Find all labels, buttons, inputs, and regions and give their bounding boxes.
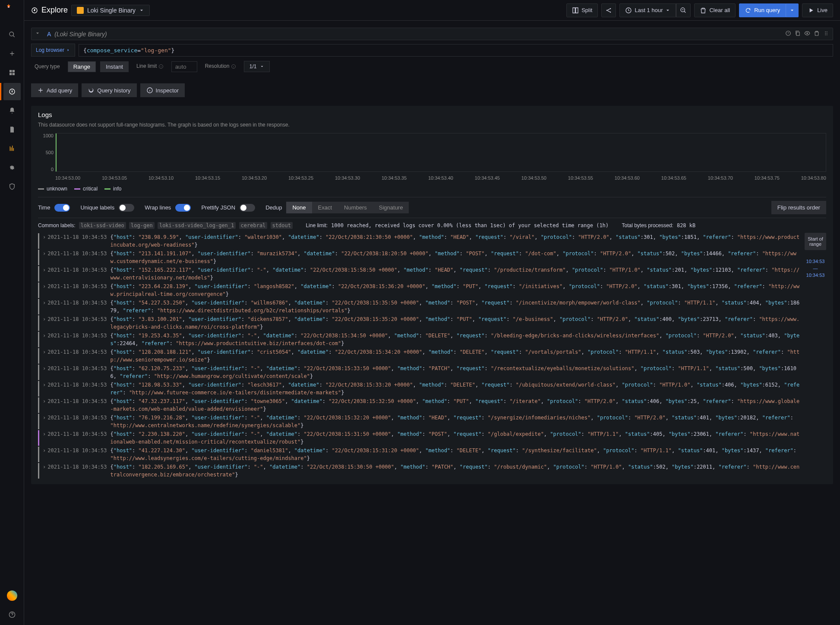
collapse-query-icon[interactable]: [35, 30, 40, 38]
logs-histogram-chart[interactable]: 10005000 10:34:53.0010:34:53.0510:34:53.…: [38, 133, 826, 181]
query-type-label: Query type: [31, 63, 63, 70]
loki-icon[interactable]: [3, 140, 21, 157]
drag-query-icon[interactable]: [823, 30, 829, 38]
log-entry[interactable]: ›2021-11-18 10:34:53{"host": "2.230.138.…: [38, 430, 801, 446]
logs-panel-hint: This datasource does not support full-ra…: [38, 122, 826, 128]
expand-log-icon[interactable]: ›: [43, 266, 46, 282]
wrap-lines-toggle[interactable]: [175, 204, 191, 212]
delete-query-icon[interactable]: [814, 30, 820, 38]
log-entry[interactable]: ›2021-11-18 10:34:53{"host": "47.32.237.…: [38, 397, 801, 413]
sync-icon: [745, 7, 752, 14]
inspector-button[interactable]: Inspector: [140, 83, 185, 97]
expand-log-icon[interactable]: ›: [43, 381, 46, 397]
toggle-query-icon[interactable]: [804, 30, 810, 38]
dedup-exact[interactable]: Exact: [312, 202, 338, 213]
copy-query-icon[interactable]: [795, 30, 801, 38]
run-query-button[interactable]: Run query: [739, 3, 786, 17]
log-entry[interactable]: ›2021-11-18 10:34:53{"host": "213.141.19…: [38, 249, 801, 266]
clear-all-button[interactable]: Clear all: [694, 3, 736, 17]
expand-log-icon[interactable]: ›: [43, 315, 46, 331]
label-tag: cerebral: [239, 222, 268, 229]
explore-icon[interactable]: [3, 83, 21, 100]
range-button[interactable]: Range: [68, 61, 96, 72]
add-query-button[interactable]: Add query: [31, 83, 78, 97]
label-tag: stdout: [271, 222, 293, 229]
line-limit-meta-label: Line limit:: [306, 222, 328, 228]
grafana-logo[interactable]: [5, 3, 19, 17]
toolbar: Explore Loki Single Binary Split Last 1 …: [24, 0, 840, 21]
chevron-down-icon: [260, 63, 264, 70]
label-tag: loki-ssd-video: [79, 222, 126, 229]
expand-log-icon[interactable]: ›: [43, 414, 46, 429]
time-toggle[interactable]: [54, 204, 70, 212]
log-entry[interactable]: ›2021-11-18 10:34:53{"host": "182.205.16…: [38, 463, 801, 479]
log-entry[interactable]: ›2021-11-18 10:34:53{"host": "128.98.53.…: [38, 381, 801, 397]
query-help-icon[interactable]: ?: [785, 30, 791, 38]
expand-log-icon[interactable]: ›: [43, 397, 46, 413]
expand-log-icon[interactable]: ›: [43, 233, 46, 249]
svg-point-16: [827, 33, 827, 34]
shield-icon[interactable]: [3, 178, 21, 195]
zoom-out-icon: [680, 7, 687, 14]
chevron-down-icon: [665, 7, 670, 14]
time-picker[interactable]: Last 1 hour: [619, 3, 676, 17]
sidebar-nav: [0, 0, 24, 625]
log-entry[interactable]: ›2021-11-18 10:34:53{"host": "76.199.216…: [38, 413, 801, 430]
share-button[interactable]: [601, 3, 616, 17]
document-icon[interactable]: [3, 121, 21, 138]
dedup-none[interactable]: None: [286, 202, 312, 213]
chart-legend: unknowncriticalinfo: [38, 184, 826, 197]
help-icon[interactable]: [3, 606, 21, 623]
log-entry[interactable]: ›2021-11-18 10:34:53{"host": "3.83.100.2…: [38, 315, 801, 331]
expand-log-icon[interactable]: ›: [43, 463, 46, 479]
query-history-button[interactable]: Query history: [82, 83, 136, 97]
expand-log-icon[interactable]: ›: [43, 430, 46, 446]
datasource-picker[interactable]: Loki Single Binary: [71, 5, 150, 16]
prettify-json-label: Prettify JSON: [201, 204, 235, 211]
instant-button[interactable]: Instant: [100, 61, 129, 72]
prettify-json-toggle[interactable]: [240, 204, 255, 212]
log-entry[interactable]: ›2021-11-18 10:34:53{"host": "128.208.18…: [38, 348, 801, 364]
log-entry[interactable]: ›2021-11-18 10:34:53{"host": "19.253.43.…: [38, 331, 801, 348]
expand-log-icon[interactable]: ›: [43, 348, 46, 364]
dedup-numbers[interactable]: Numbers: [338, 202, 373, 213]
config-icon[interactable]: [3, 159, 21, 176]
expand-log-icon[interactable]: ›: [43, 447, 46, 462]
zoom-out-button[interactable]: [676, 3, 691, 17]
search-icon[interactable]: [3, 26, 21, 43]
split-button[interactable]: Split: [566, 3, 598, 17]
live-button[interactable]: Live: [802, 3, 833, 17]
logs-panel-title: Logs: [38, 111, 826, 118]
log-entry[interactable]: ›2021-11-18 10:34:53{"host": "41.227.124…: [38, 446, 801, 463]
line-limit-input[interactable]: [171, 61, 197, 72]
info-icon: [231, 63, 236, 70]
log-browser-button[interactable]: Log browser: [31, 44, 75, 57]
loki-logo-icon: [77, 7, 84, 14]
expand-log-icon[interactable]: ›: [43, 299, 46, 314]
query-header-row: A (Loki Single Binary) ?: [31, 28, 833, 40]
expand-log-icon[interactable]: ›: [43, 250, 46, 265]
dashboards-icon[interactable]: [3, 64, 21, 81]
plus-icon[interactable]: [3, 45, 21, 62]
log-entry[interactable]: ›2021-11-18 10:34:53{"host": "223.64.228…: [38, 282, 801, 298]
expand-log-icon[interactable]: ›: [43, 332, 46, 347]
expand-log-icon[interactable]: ›: [43, 365, 46, 380]
log-scroll-indicator: Start of range 10:34:53 — 10:34:53: [805, 233, 826, 479]
query-expression-input[interactable]: {compose_service="log-gen"}: [79, 44, 833, 57]
dedup-signature[interactable]: Signature: [373, 202, 409, 213]
unique-labels-toggle[interactable]: [119, 204, 134, 212]
expand-log-icon[interactable]: ›: [43, 282, 46, 298]
alerting-icon[interactable]: [3, 102, 21, 119]
log-entry[interactable]: ›2021-11-18 10:34:53{"host": "152.165.22…: [38, 266, 801, 282]
avatar[interactable]: [3, 587, 21, 604]
resolution-select[interactable]: 1/1: [244, 61, 270, 72]
log-entry[interactable]: ›2021-11-18 10:34:53{"host": "54.227.53.…: [38, 298, 801, 315]
chevron-down-icon: [789, 7, 795, 14]
svg-point-6: [610, 11, 611, 13]
run-query-dropdown[interactable]: [786, 3, 799, 17]
flip-results-button[interactable]: Flip results order: [771, 201, 826, 214]
log-entry[interactable]: ›2021-11-18 10:34:53{"host": "62.120.75.…: [38, 364, 801, 381]
log-entry[interactable]: ›2021-11-18 10:34:53{"host": "238.98.9.5…: [38, 233, 801, 249]
svg-point-13: [825, 32, 826, 32]
info-icon: [146, 87, 153, 94]
